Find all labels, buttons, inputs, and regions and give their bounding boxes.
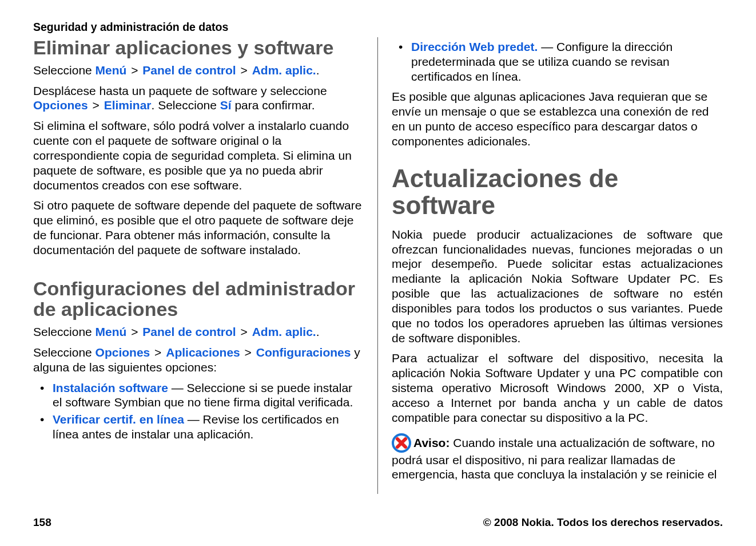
link-eliminar[interactable]: Eliminar: [104, 98, 152, 112]
list-item: Dirección Web predet. — Configure la dir…: [399, 39, 723, 84]
heading-config: Configuraciones del administrador de apl…: [33, 278, 364, 320]
text: para confirmar.: [232, 98, 315, 112]
link-panel-control[interactable]: Panel de control: [142, 64, 236, 77]
link-si[interactable]: Sí: [220, 98, 232, 112]
page-header: Seguridad y administración de datos: [33, 21, 723, 34]
right-column: Dirección Web predet. — Configure la dir…: [378, 37, 723, 494]
two-column-layout: Eliminar aplicaciones y software Selecci…: [33, 37, 723, 494]
paragraph: Para actualizar el software del disposit…: [392, 351, 723, 425]
option-list: Instalación software — Seleccione si se …: [33, 381, 364, 442]
page-number: 158: [33, 516, 51, 529]
option-list-cont: Dirección Web predet. — Configure la dir…: [392, 39, 723, 84]
separator: >: [128, 325, 141, 338]
link-verificar-certif[interactable]: Verificar certif. en línea: [53, 413, 184, 426]
warning-paragraph: Aviso: Cuando instale una actualización …: [392, 433, 723, 482]
link-opciones[interactable]: Opciones: [33, 98, 88, 112]
warning-icon: [392, 433, 411, 453]
link-panel-control[interactable]: Panel de control: [142, 325, 236, 338]
paragraph: Nokia puede producir actualizaciones de …: [392, 227, 723, 346]
text: .: [316, 64, 320, 77]
separator: >: [237, 325, 251, 338]
link-aplicaciones[interactable]: Aplicaciones: [166, 346, 240, 359]
paragraph: Desplácese hasta un paquete de software …: [33, 84, 364, 113]
nav-path-1: Seleccione Menú > Panel de control > Adm…: [33, 63, 364, 78]
link-instalacion-software[interactable]: Instalación software: [53, 381, 168, 394]
separator: >: [89, 98, 103, 112]
link-adm-aplic[interactable]: Adm. aplic.: [252, 64, 316, 77]
separator: >: [237, 64, 251, 77]
text: Seleccione: [33, 64, 96, 77]
link-direccion-web[interactable]: Dirección Web predet.: [411, 40, 538, 53]
separator: >: [128, 64, 141, 77]
nav-path-2: Seleccione Menú > Panel de control > Adm…: [33, 325, 364, 339]
paragraph: Si elimina el software, sólo podrá volve…: [33, 118, 364, 192]
copyright: © 2008 Nokia. Todos los derechos reserva…: [483, 516, 723, 529]
document-page: Seguridad y administración de datos Elim…: [0, 0, 756, 546]
warning-label: Aviso:: [413, 436, 449, 449]
left-column: Eliminar aplicaciones y software Selecci…: [33, 37, 378, 494]
paragraph: Si otro paquete de software depende del …: [33, 198, 364, 257]
text: Seleccione: [33, 346, 96, 359]
link-opciones[interactable]: Opciones: [96, 346, 150, 359]
text: .: [316, 325, 320, 338]
link-configuraciones[interactable]: Configuraciones: [256, 346, 351, 359]
text: Desplácese hasta un paquete de software …: [33, 84, 327, 97]
page-footer: 158 © 2008 Nokia. Todos los derechos res…: [33, 516, 723, 529]
text: Seleccione: [33, 325, 96, 338]
text: . Seleccione: [152, 98, 220, 112]
heading-eliminar: Eliminar aplicaciones y software: [33, 37, 364, 58]
link-menu[interactable]: Menú: [96, 64, 127, 77]
link-menu[interactable]: Menú: [96, 325, 127, 338]
separator: >: [151, 346, 165, 359]
separator: >: [241, 346, 255, 359]
paragraph: Es posible que algunas aplicaciones Java…: [392, 89, 723, 148]
heading-actualizaciones: Actualizaciones de software: [392, 165, 723, 219]
link-adm-aplic[interactable]: Adm. aplic.: [252, 325, 316, 338]
paragraph: Seleccione Opciones > Aplicaciones > Con…: [33, 345, 364, 375]
list-item: Verificar certif. en línea — Revise los …: [40, 412, 364, 442]
list-item: Instalación software — Seleccione si se …: [40, 381, 364, 410]
